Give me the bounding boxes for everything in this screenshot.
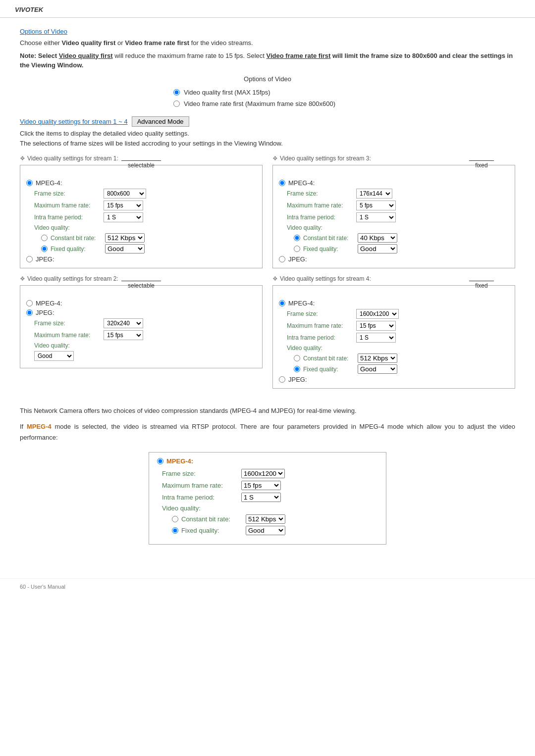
- options-of-video-link[interactable]: Options of Video: [20, 28, 67, 35]
- demo-framesize-select[interactable]: 1600x1200 176x144 320x240 640x480 800x60…: [241, 469, 285, 478]
- stream1-fq-select[interactable]: Good Medium Detailed Excellent: [105, 244, 145, 253]
- stream1-box: selectable MPEG-4: Frame size: 800x600 1…: [20, 165, 263, 268]
- stream4-mpeg4-label: MPEG-4: [288, 300, 313, 307]
- intro-text-mid: or: [115, 39, 125, 47]
- note-bold2: Video frame rate first: [267, 52, 331, 59]
- stream2-framesize-value: 320x240 176x144 640x480 800x600: [104, 318, 143, 328]
- stream1-jpeg-label: JPEG: [36, 255, 53, 263]
- stream4-jpeg-label: JPEG: [288, 376, 305, 383]
- stream1-framesize-select[interactable]: 800x600 176x144 320x240 640x480 1280x102…: [104, 189, 146, 199]
- stream4-framesize-select[interactable]: 1600x1200 176x144 320x240 640x480 800x60…: [356, 309, 399, 319]
- stream3-mpeg4-radio[interactable]: [279, 180, 285, 186]
- stream1-cbr-radio[interactable]: [41, 235, 48, 241]
- option-frame-rate-first-row: Video frame rate first (Maximum frame si…: [173, 100, 362, 107]
- stream4-fq-select[interactable]: Good Medium Detailed Excellent: [358, 364, 397, 374]
- stream1-maxframerate-label: Maximum frame rate:: [34, 202, 104, 209]
- intro-bold2: Video frame rate first: [125, 39, 189, 47]
- stream2-framesize-select[interactable]: 320x240 176x144 640x480 800x600: [104, 318, 143, 328]
- stream4-maxframerate-label: Maximum frame rate:: [287, 322, 356, 329]
- stream1-mpeg4-radio[interactable]: [26, 180, 33, 186]
- stream1-fq-radio[interactable]: [41, 246, 48, 252]
- stream3-framesize-value: 176x144 320x240 640x480: [356, 189, 392, 199]
- demo-mpeg4-box: MPEG-4: Frame size: 1600x1200 176x144 32…: [149, 452, 386, 545]
- stream1-maxframerate-row: Maximum frame rate: 15 fps 1 fps 5 fps 1…: [26, 201, 256, 210]
- option-quality-first-label: Video quality first (MAX 15fps): [184, 89, 270, 96]
- stream2-jpeg-row: JPEG:: [26, 309, 256, 316]
- option-quality-first-row: Video quality first (MAX 15fps): [173, 89, 362, 96]
- streams-grid: ❖ Video quality settings for stream 1: s…: [20, 155, 515, 396]
- stream1-jpeg-radio[interactable]: [26, 256, 33, 262]
- stream1-intraframe-select[interactable]: 1 S 1/2 S 2 S 3 S: [104, 212, 143, 222]
- stream3-cbr-row: Constant bit rate: 40 Kbps 64 Kbps 128 K…: [279, 233, 509, 243]
- stream3-cbr-select[interactable]: 40 Kbps 64 Kbps 128 Kbps 256 Kbps 512 Kb…: [358, 233, 397, 243]
- stream4-vq-label: Video quality:: [279, 345, 509, 352]
- options-video-section: Options of Video Video quality first (MA…: [20, 75, 515, 107]
- stream2-box: selectable MPEG-4: JPEG: Frame size: 32: [20, 285, 263, 368]
- stream1-title-text: Video quality settings for stream 1:: [27, 155, 118, 162]
- option-quality-first-radio[interactable]: [173, 89, 180, 96]
- stream1-mpeg4-row: MPEG-4:: [26, 179, 256, 187]
- advanced-mode-button[interactable]: Advanced Mode: [132, 116, 189, 127]
- demo-cbr-label: Constant bit rate:: [181, 515, 246, 523]
- stream4-star-icon: ❖: [272, 275, 278, 282]
- stream4-maxframerate-select[interactable]: 15 fps 1 fps 5 fps 10 fps: [356, 321, 396, 331]
- stream2-mpeg4-radio[interactable]: [26, 300, 33, 306]
- stream3-star-icon: ❖: [272, 155, 278, 162]
- stream1-star-icon: ❖: [20, 155, 25, 162]
- stream3-intraframe-select[interactable]: 1 S 1/2 S 2 S: [356, 212, 396, 222]
- stream3-fq-row: Fixed quality: Good Medium Detailed Exce…: [279, 244, 509, 253]
- stream1-maxframerate-select[interactable]: 15 fps 1 fps 5 fps 10 fps 20 fps 30 fps: [104, 201, 143, 210]
- stream4-fq-row: Fixed quality: Good Medium Detailed Exce…: [279, 364, 509, 374]
- stream3-jpeg-label: JPEG: [288, 255, 305, 263]
- stream4-intraframe-label: Intra frame period:: [287, 334, 356, 341]
- demo-maxframerate-row: Maximum frame rate: 15 fps 1 fps 5 fps 1…: [157, 481, 378, 490]
- stream1-cbr-select[interactable]: 512 Kbps 40 Kbps 128 Kbps 256 Kbps 768 K…: [105, 233, 145, 243]
- stream3-maxframerate-select[interactable]: 5 fps 1 fps 2 fps 3 fps 10 fps 15 fps: [356, 201, 396, 210]
- footer-text: 60 - User's Manual: [20, 584, 65, 590]
- stream3-fq-select[interactable]: Good Medium Detailed Excellent: [358, 244, 397, 253]
- stream1-vq-label: Video quality:: [26, 224, 256, 231]
- stream1-cbr-row: Constant bit rate: 512 Kbps 40 Kbps 128 …: [26, 233, 256, 243]
- stream1-intraframe-row: Intra frame period: 1 S 1/2 S 2 S 3 S: [26, 212, 256, 222]
- stream2-vq-select[interactable]: Good Medium Detailed Excellent: [34, 351, 74, 361]
- demo-fq-select[interactable]: Good Medium Detailed Excellent: [246, 526, 285, 535]
- stream2-position-label: selectable: [121, 281, 161, 289]
- stream4-jpeg-radio[interactable]: [279, 376, 285, 383]
- stream2-mpeg4-label: MPEG-4: [36, 300, 60, 307]
- stream3-maxframerate-row: Maximum frame rate: 5 fps 1 fps 2 fps 3 …: [279, 201, 509, 210]
- option-frame-rate-first-radio[interactable]: [173, 101, 180, 107]
- stream3-cbr-label: Constant bit rate:: [303, 235, 358, 242]
- stream4-cbr-radio[interactable]: [294, 355, 300, 361]
- desc-para2-highlight: MPEG-4: [27, 423, 52, 430]
- stream4-intraframe-value: 1 S 1/2 S 2 S: [356, 333, 396, 343]
- stream1-maxframerate-value: 15 fps 1 fps 5 fps 10 fps 20 fps 30 fps: [104, 201, 143, 210]
- stream3-cbr-radio[interactable]: [294, 235, 300, 241]
- demo-intraframe-select[interactable]: 1 S 1/2 S 2 S 3 S: [241, 493, 281, 502]
- desc-para2-start: If: [20, 423, 27, 430]
- stream4-mpeg4-row: MPEG-4:: [279, 300, 509, 307]
- demo-cbr-radio[interactable]: [172, 516, 178, 522]
- stream4-maxframerate-value: 15 fps 1 fps 5 fps 10 fps: [356, 321, 396, 331]
- stream3-framesize-select[interactable]: 176x144 320x240 640x480: [356, 189, 392, 199]
- stream3-vq-label: Video quality:: [279, 224, 509, 231]
- stream2-jpeg-label: JPEG: [36, 309, 53, 316]
- demo-maxframerate-select[interactable]: 15 fps 1 fps 5 fps 10 fps 20 fps 30 fps: [241, 481, 281, 490]
- stream4-mpeg4-radio[interactable]: [279, 300, 285, 306]
- stream4-fq-radio[interactable]: [294, 366, 300, 372]
- stream3-position-label: fixed: [469, 160, 494, 169]
- stream4-cbr-select[interactable]: 512 Kbps 40 Kbps 64 Kbps 128 Kbps 256 Kb…: [358, 353, 397, 363]
- stream1-framesize-label: Frame size:: [34, 190, 104, 197]
- stream2-maxframerate-value: 15 fps 1 fps 5 fps 10 fps 20 fps 30 fps: [104, 330, 143, 340]
- demo-fq-radio[interactable]: [172, 527, 178, 534]
- stream3-jpeg-radio[interactable]: [279, 256, 285, 262]
- demo-mpeg4-radio[interactable]: [157, 458, 163, 464]
- stream3-fq-radio[interactable]: [294, 246, 300, 252]
- stream4-intraframe-select[interactable]: 1 S 1/2 S 2 S: [356, 333, 396, 343]
- stream2-maxframerate-label: Maximum frame rate:: [34, 332, 104, 339]
- options-video-title: Options of Video: [20, 75, 515, 83]
- stream2-jpeg-radio[interactable]: [26, 309, 33, 316]
- stream2-maxframerate-select[interactable]: 15 fps 1 fps 5 fps 10 fps 20 fps 30 fps: [104, 330, 143, 340]
- stream-settings-link[interactable]: Video quality settings for stream 1 ~ 4: [20, 118, 128, 125]
- intro-bold1: Video quality first: [62, 39, 116, 47]
- demo-cbr-select[interactable]: 512 Kbps 40 Kbps 64 Kbps 128 Kbps 256 Kb…: [246, 514, 285, 524]
